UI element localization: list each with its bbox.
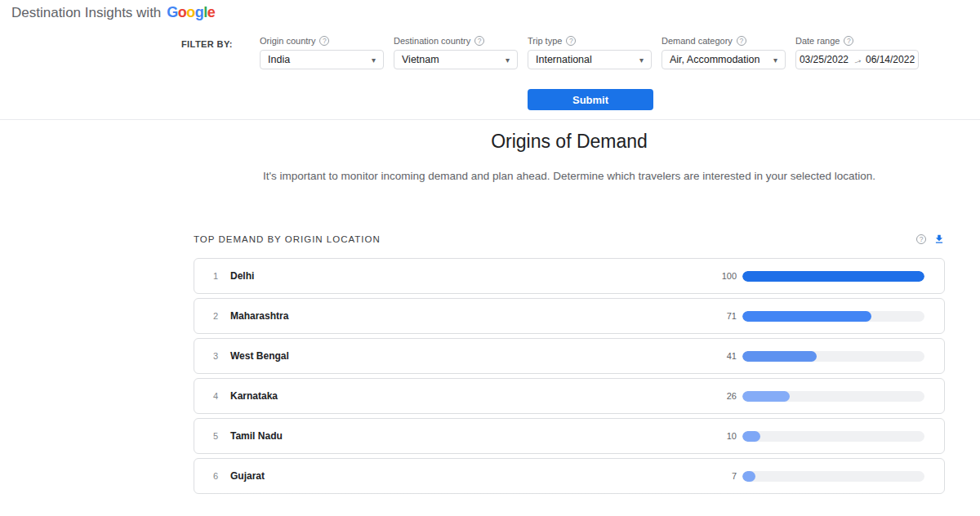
filter-date-range: Date range ? 03/25/2022 → 06/14/2022	[795, 36, 919, 69]
chevron-down-icon: ▾	[639, 56, 644, 64]
app-header: Destination Insights with Google	[0, 0, 980, 21]
help-icon[interactable]: ?	[737, 36, 746, 46]
google-logo-letter: G	[167, 4, 178, 20]
origins-of-demand-section: Origins of Demand It's important to moni…	[194, 131, 945, 494]
row-value: 41	[719, 351, 737, 361]
bar-track	[742, 271, 924, 282]
row-name: Maharashtra	[230, 310, 288, 322]
destination-country-select[interactable]: Vietnam ▾	[394, 50, 518, 69]
destination-insights-page: Destination Insights with Google FILTER …	[0, 0, 980, 516]
row-name: Gujarat	[230, 470, 265, 482]
row-rank: 3	[211, 351, 220, 361]
google-logo-letter: g	[195, 4, 204, 20]
row-rank: 1	[211, 271, 220, 281]
date-range-start: 03/25/2022	[800, 54, 849, 65]
submit-button[interactable]: Submit	[528, 89, 653, 110]
help-icon[interactable]: ?	[566, 36, 576, 46]
filter-label-text: Trip type	[528, 36, 562, 46]
arrow-right-icon: →	[850, 52, 864, 68]
filter-trip-type-label: Trip type ?	[528, 36, 652, 46]
bar-track	[742, 351, 924, 362]
chevron-down-icon: ▾	[372, 56, 376, 64]
filter-label-text: Origin country	[260, 36, 315, 46]
row-value: 100	[719, 271, 737, 281]
row-value: 10	[719, 431, 737, 441]
download-icon[interactable]	[933, 234, 945, 245]
demand-row[interactable]: 6 Gujarat 7	[194, 458, 945, 494]
row-value: 7	[719, 471, 737, 481]
row-bar-fill	[742, 471, 755, 482]
filter-origin-country: Origin country ? India ▾	[260, 36, 384, 69]
row-bar-fill	[742, 431, 760, 442]
filter-destination-country: Destination country ? Vietnam ▾	[394, 36, 518, 69]
date-range-input[interactable]: 03/25/2022 → 06/14/2022	[795, 50, 919, 69]
filter-trip-type: Trip type ? International ▾	[528, 36, 652, 69]
trip-type-select[interactable]: International ▾	[528, 50, 652, 69]
row-bar-fill	[742, 351, 817, 362]
google-logo-letter: o	[186, 4, 195, 20]
bar-track	[742, 391, 924, 402]
row-name: Delhi	[230, 270, 254, 282]
list-header-icons: ?	[916, 234, 945, 245]
demand-category-value: Air, Accommodation	[670, 54, 760, 65]
help-icon[interactable]: ?	[474, 36, 484, 46]
row-name: Karnataka	[230, 390, 278, 402]
filter-label-text: Date range	[795, 36, 840, 46]
row-rank: 6	[211, 471, 220, 481]
chevron-down-icon: ▾	[773, 56, 777, 64]
list-title: TOP DEMAND BY ORIGIN LOCATION	[194, 234, 381, 244]
filter-label-text: Demand category	[662, 36, 733, 46]
bar-track	[742, 431, 924, 442]
origin-country-select[interactable]: India ▾	[260, 50, 384, 69]
help-icon[interactable]: ?	[319, 36, 329, 46]
destination-country-value: Vietnam	[402, 54, 439, 65]
page-title: Origins of Demand	[194, 131, 945, 153]
chevron-down-icon: ▾	[506, 56, 510, 64]
filter-label-text: Destination country	[394, 36, 470, 46]
app-title: Destination Insights with	[11, 5, 161, 21]
filter-demand-category: Demand category ? Air, Accommodation ▾	[662, 36, 786, 69]
row-rank: 4	[211, 391, 220, 401]
bar-track	[742, 311, 924, 322]
demand-category-select[interactable]: Air, Accommodation ▾	[662, 50, 786, 69]
row-bar-fill	[742, 391, 790, 402]
demand-row[interactable]: 4 Karnataka 26	[194, 378, 945, 414]
google-logo-letter: e	[207, 4, 216, 20]
filter-date-range-label: Date range ?	[795, 36, 919, 46]
google-logo-letter: o	[178, 4, 187, 20]
row-name: Tamil Nadu	[230, 430, 283, 442]
google-logo: Google	[167, 4, 215, 21]
row-rank: 2	[211, 311, 220, 321]
filter-demand-category-label: Demand category ?	[662, 36, 786, 46]
filter-bar: FILTER BY: Origin country ? India ▾ Dest…	[0, 36, 980, 69]
row-value: 71	[719, 311, 737, 321]
trip-type-value: International	[536, 54, 592, 65]
date-range-end: 06/14/2022	[866, 54, 915, 65]
origin-country-value: India	[268, 54, 290, 65]
bar-track	[742, 471, 924, 482]
demand-row[interactable]: 5 Tamil Nadu 10	[194, 418, 945, 454]
row-bar-fill	[742, 311, 871, 322]
row-value: 26	[719, 391, 737, 401]
filter-origin-country-label: Origin country ?	[260, 36, 384, 46]
list-header: TOP DEMAND BY ORIGIN LOCATION ?	[194, 234, 945, 245]
demand-row[interactable]: 3 West Bengal 41	[194, 338, 945, 374]
section-subtitle: It's important to monitor incoming deman…	[194, 170, 945, 182]
row-rank: 5	[211, 431, 220, 441]
demand-rows: 1 Delhi 100 2 Maharashtra 71 3 West Beng…	[194, 258, 945, 494]
demand-row[interactable]: 2 Maharashtra 71	[194, 298, 945, 334]
help-icon[interactable]: ?	[844, 36, 853, 46]
row-name: West Bengal	[230, 350, 289, 362]
help-icon[interactable]: ?	[916, 234, 926, 244]
filter-destination-country-label: Destination country ?	[394, 36, 518, 46]
bottom-fade	[0, 493, 980, 516]
filter-by-label: FILTER BY:	[181, 39, 260, 49]
demand-row[interactable]: 1 Delhi 100	[194, 258, 945, 294]
divider	[0, 119, 980, 120]
row-bar-fill	[742, 271, 924, 282]
